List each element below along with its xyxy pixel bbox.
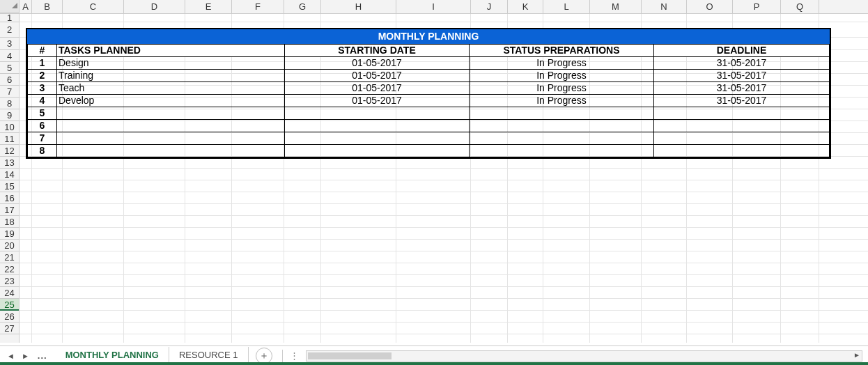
cell-start[interactable] (285, 132, 470, 145)
row-header-18[interactable]: 18 (0, 216, 19, 228)
cell-task[interactable] (57, 132, 285, 145)
cell-num[interactable]: 6 (28, 120, 57, 132)
cell-deadline[interactable] (654, 145, 830, 157)
row-header-12[interactable]: 12 (0, 145, 19, 157)
col-header-H[interactable]: H (321, 0, 396, 13)
cell-num[interactable]: 4 (28, 95, 57, 107)
cell-deadline[interactable]: 31-05-2017 (654, 70, 830, 82)
row-header-4[interactable]: 4 (0, 50, 19, 62)
row-header-1[interactable]: 1 (0, 14, 19, 22)
cell-task[interactable] (57, 107, 285, 120)
cell-deadline[interactable]: 31-05-2017 (654, 57, 830, 70)
horizontal-scrollbar[interactable]: ◄ ► (306, 350, 863, 362)
row-header-14[interactable]: 14 (0, 169, 19, 180)
row-header-9[interactable]: 9 (0, 109, 19, 121)
tab-nav-next-icon[interactable]: ► (19, 352, 32, 360)
row-header-24[interactable]: 24 (0, 287, 19, 299)
col-header-N[interactable]: N (642, 0, 687, 13)
cell-status[interactable]: In Progress (470, 57, 654, 70)
cell-num[interactable]: 5 (28, 107, 57, 120)
add-sheet-button[interactable]: ＋ (256, 348, 272, 364)
col-header-L[interactable]: L (543, 0, 590, 13)
col-header-M[interactable]: M (590, 0, 642, 13)
cell-start[interactable] (285, 107, 470, 120)
row-header-17[interactable]: 17 (0, 204, 19, 216)
row-header-19[interactable]: 19 (0, 228, 19, 240)
cell-start[interactable] (285, 145, 470, 157)
header-deadline[interactable]: DEADLINE (654, 45, 830, 57)
col-header-C[interactable]: C (63, 0, 124, 13)
row-header-16[interactable]: 16 (0, 192, 19, 204)
row-header-27[interactable]: 27 (0, 323, 19, 334)
row-header-11[interactable]: 11 (0, 133, 19, 145)
row-header-26[interactable]: 26 (0, 311, 19, 323)
scroll-thumb[interactable] (308, 352, 392, 359)
col-header-G[interactable]: G (284, 0, 321, 13)
row-header-13[interactable]: 13 (0, 157, 19, 169)
header-status[interactable]: STATUS PREPARATIONS (470, 45, 654, 57)
col-header-K[interactable]: K (508, 0, 543, 13)
row-header-25[interactable]: 25 (0, 299, 19, 311)
row-header-6[interactable]: 6 (0, 74, 19, 86)
select-all-corner[interactable] (0, 0, 20, 13)
row-header-21[interactable]: 21 (0, 251, 19, 263)
cell-num[interactable]: 3 (28, 82, 57, 95)
col-header-A[interactable]: A (20, 0, 32, 13)
cells-area[interactable]: MONTHLY PLANNING # TASKS PLANNED STARTIN… (20, 14, 868, 343)
row-header-3[interactable]: 3 (0, 38, 19, 50)
col-header-E[interactable]: E (185, 0, 232, 13)
row-header-5[interactable]: 5 (0, 62, 19, 74)
cell-start[interactable] (285, 120, 470, 132)
cell-num[interactable]: 2 (28, 70, 57, 82)
header-start[interactable]: STARTING DATE (285, 45, 470, 57)
row-header-20[interactable]: 20 (0, 240, 19, 251)
cell-deadline[interactable] (654, 107, 830, 120)
col-header-D[interactable]: D (124, 0, 185, 13)
cell-task[interactable]: Develop (57, 95, 285, 107)
cell-status[interactable]: In Progress (470, 82, 654, 95)
cell-deadline[interactable] (654, 132, 830, 145)
col-header-J[interactable]: J (471, 0, 508, 13)
cell-deadline[interactable]: 31-05-2017 (654, 82, 830, 95)
cell-task[interactable]: Teach (57, 82, 285, 95)
col-header-F[interactable]: F (232, 0, 284, 13)
row-header-15[interactable]: 15 (0, 180, 19, 192)
cell-status[interactable] (470, 107, 654, 120)
cell-num[interactable]: 7 (28, 132, 57, 145)
row-header-8[interactable]: 8 (0, 98, 19, 109)
tab-nav-more[interactable]: ... (33, 350, 52, 361)
cell-task[interactable] (57, 145, 285, 157)
cell-start[interactable]: 01-05-2017 (285, 70, 470, 82)
col-header-O[interactable]: O (687, 0, 733, 13)
cell-deadline[interactable]: 31-05-2017 (654, 95, 830, 107)
scroll-right-icon[interactable]: ► (852, 351, 862, 361)
cell-start[interactable]: 01-05-2017 (285, 57, 470, 70)
cell-task[interactable]: Training (57, 70, 285, 82)
row-header-2[interactable]: 2 (0, 22, 19, 38)
header-num[interactable]: # (28, 45, 57, 57)
row-header-23[interactable]: 23 (0, 275, 19, 287)
col-header-P[interactable]: P (733, 0, 781, 13)
row-header-7[interactable]: 7 (0, 86, 19, 98)
col-header-Q[interactable]: Q (781, 0, 819, 13)
cell-num[interactable]: 8 (28, 145, 57, 157)
header-task[interactable]: TASKS PLANNED (57, 45, 285, 57)
cell-num[interactable]: 1 (28, 57, 57, 70)
cell-status[interactable] (470, 145, 654, 157)
col-header-B[interactable]: B (32, 0, 63, 13)
row-headers: 1234567891011121314151617181920212223242… (0, 14, 20, 343)
row-header-10[interactable]: 10 (0, 121, 19, 133)
cell-status[interactable]: In Progress (470, 70, 654, 82)
cell-status[interactable] (470, 132, 654, 145)
cell-deadline[interactable] (654, 120, 830, 132)
cell-status[interactable]: In Progress (470, 95, 654, 107)
row-header-22[interactable]: 22 (0, 263, 19, 275)
tab-handle-icon[interactable]: ⋮ (286, 350, 303, 361)
cell-status[interactable] (470, 120, 654, 132)
cell-start[interactable]: 01-05-2017 (285, 95, 470, 107)
cell-start[interactable]: 01-05-2017 (285, 82, 470, 95)
tab-nav-prev-icon[interactable]: ◄ (4, 352, 17, 360)
cell-task[interactable]: Design (57, 57, 285, 70)
col-header-I[interactable]: I (396, 0, 471, 13)
cell-task[interactable] (57, 120, 285, 132)
